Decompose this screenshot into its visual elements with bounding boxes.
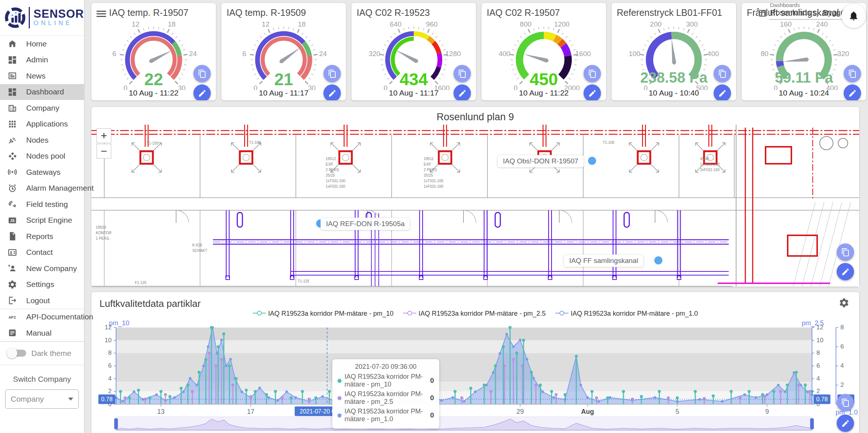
sidebar-item-field-testing[interactable]: Field testing	[0, 196, 84, 212]
svg-text:1xT031-200: 1xT031-200	[700, 162, 720, 166]
sidebar-item-reports[interactable]: Reports	[0, 228, 84, 245]
sidebar-item-home[interactable]: Home	[0, 36, 84, 52]
svg-text:2: 2	[816, 388, 820, 395]
new-company-icon	[7, 263, 17, 273]
dashboard-select[interactable]: Rosenlunds sj. Byggnad (	[770, 8, 850, 17]
copy-icon	[841, 398, 850, 407]
sensor-label[interactable]: IAQ FF samlingskanal	[564, 254, 644, 267]
copy-button[interactable]	[837, 243, 854, 261]
sidebar-item-label: Admin	[26, 55, 48, 64]
svg-text:4: 4	[816, 375, 820, 382]
floorplan-card: Rosenlund plan 9 T1-150T1-100T1-10019512…	[91, 107, 859, 287]
svg-text:Aug: Aug	[581, 408, 594, 415]
contact-icon	[7, 247, 17, 257]
sidebar-item-dashboard[interactable]: Dashboard	[0, 84, 84, 100]
svg-text:1280: 1280	[445, 50, 461, 58]
svg-text:24: 24	[189, 50, 197, 58]
copy-button[interactable]	[193, 65, 211, 82]
chart-tooltip: 2021-07-20 09:36:00 IAQ R19523a korridor…	[332, 359, 439, 429]
sidebar-item-label: Script Engine	[26, 216, 72, 225]
sidebar-item-contact[interactable]: Contact	[0, 245, 84, 261]
datazoom-handle-left[interactable]	[114, 418, 118, 429]
edit-button[interactable]	[837, 415, 854, 432]
edit-button[interactable]	[844, 84, 861, 100]
sidebar-item-settings[interactable]: Settings	[0, 277, 84, 293]
brand-name: SENSOR	[34, 8, 84, 20]
copy-button[interactable]	[454, 65, 471, 82]
svg-text:19503: 19503	[96, 225, 106, 229]
edit-button[interactable]	[714, 84, 731, 100]
sidebar-item-label: Field testing	[26, 200, 68, 209]
edit-button[interactable]	[323, 84, 341, 100]
edit-button[interactable]	[193, 84, 211, 100]
svg-text:T1-100: T1-100	[603, 141, 615, 145]
sidebar-item-api-documentation[interactable]: APIAPI-Documentation	[0, 309, 84, 325]
edit-button[interactable]	[837, 263, 854, 280]
sidebar-item-manual[interactable]: Manual	[0, 325, 84, 341]
menu-icon[interactable]	[97, 9, 106, 17]
svg-text:4: 4	[108, 375, 112, 382]
edit-button[interactable]	[584, 84, 601, 100]
dark-theme-toggle[interactable]	[7, 350, 26, 357]
svg-text:12: 12	[132, 20, 139, 28]
svg-text:EXP.: EXP.	[424, 162, 432, 166]
tooltip-series-name: IAQ R19523a korridor PM-mätare - pm_2.5	[344, 390, 430, 406]
sidebar-item-news[interactable]: News	[0, 68, 84, 84]
copy-button[interactable]	[844, 65, 861, 82]
svg-text:200: 200	[650, 20, 662, 28]
tooltip-series-value: 0	[430, 411, 434, 419]
zoom-out-button[interactable]: −	[97, 144, 111, 159]
svg-text:1xT031-100: 1xT031-100	[424, 179, 444, 183]
tooltip-series-name: IAQ R19523a korridor PM-mätare - pm_10	[344, 373, 430, 388]
svg-text:19511: 19511	[424, 157, 434, 161]
sidebar-item-new-company[interactable]: New Company	[0, 260, 84, 277]
notifications-button[interactable]	[841, 4, 866, 28]
news-icon	[7, 71, 17, 81]
svg-text:18: 18	[298, 20, 305, 28]
zoom-in-button[interactable]: +	[97, 128, 111, 143]
series-dot-icon	[337, 379, 342, 383]
company-select[interactable]: Company	[5, 389, 79, 409]
sidebar-item-label: Alarm Management	[26, 184, 94, 193]
sensor-marker-icon[interactable]	[654, 256, 662, 264]
sidebar-item-company[interactable]: Company	[0, 100, 84, 116]
axis-name-pm10: pm_10	[109, 319, 129, 327]
sidebar-item-label: Gateways	[26, 168, 60, 177]
app-logo[interactable]: SENSOR ONLINE	[0, 0, 84, 35]
svg-text:0.78: 0.78	[101, 396, 112, 402]
sidebar-item-label: Home	[26, 39, 47, 48]
sidebar-item-nodes[interactable]: Nodes	[0, 132, 84, 148]
svg-text:19512: 19512	[326, 157, 336, 161]
applications-icon	[7, 119, 17, 129]
copy-button[interactable]	[323, 65, 341, 82]
svg-text:T1-125: T1-125	[298, 279, 309, 283]
svg-text:8: 8	[816, 349, 820, 356]
sensor-label[interactable]: IAQ Obs!-DON R-19507	[497, 155, 584, 167]
sidebar-item-gateways[interactable]: Gateways	[0, 164, 84, 180]
sidebar-item-alarm-management[interactable]: Alarm Management	[0, 180, 84, 197]
sensor-marker-icon[interactable]	[588, 157, 596, 165]
datazoom-handle-right[interactable]	[810, 418, 814, 429]
sidebar-item-logout[interactable]: Logout	[0, 292, 84, 309]
chart-plot[interactable]: 024681012024681012024681317212529Aug5920…	[91, 292, 859, 433]
sidebar-item-applications[interactable]: Applications	[0, 116, 84, 132]
svg-text:5: 5	[675, 408, 679, 415]
floorplan-viewport[interactable]: T1-150T1-100T1-10019512EXP.2 PERS.25/251…	[91, 125, 859, 287]
copy-button[interactable]	[584, 65, 601, 82]
copy-button[interactable]	[837, 394, 854, 411]
sidebar-item-nodes-pool[interactable]: Nodes pool	[0, 148, 84, 164]
svg-text:API: API	[8, 315, 16, 320]
svg-text:2 PERS.: 2 PERS.	[326, 168, 340, 172]
sidebar-item-admin[interactable]: Admin	[0, 52, 84, 68]
gauge-needle	[149, 50, 173, 63]
sidebar-item-script-engine[interactable]: JSScript Engine	[0, 212, 84, 229]
svg-text:400: 400	[707, 50, 719, 58]
main-content: IAQ temp. R-1950706121824302210 Aug - 11…	[84, 0, 868, 433]
svg-text:K-618: K-618	[192, 243, 202, 247]
admin-icon	[7, 55, 17, 65]
dashboard-select-icon	[758, 9, 767, 18]
copy-button[interactable]	[714, 65, 731, 82]
svg-text:800: 800	[520, 20, 532, 28]
edit-button[interactable]	[454, 84, 471, 100]
sensor-label[interactable]: IAQ REF-DON R-19505a	[321, 218, 410, 230]
